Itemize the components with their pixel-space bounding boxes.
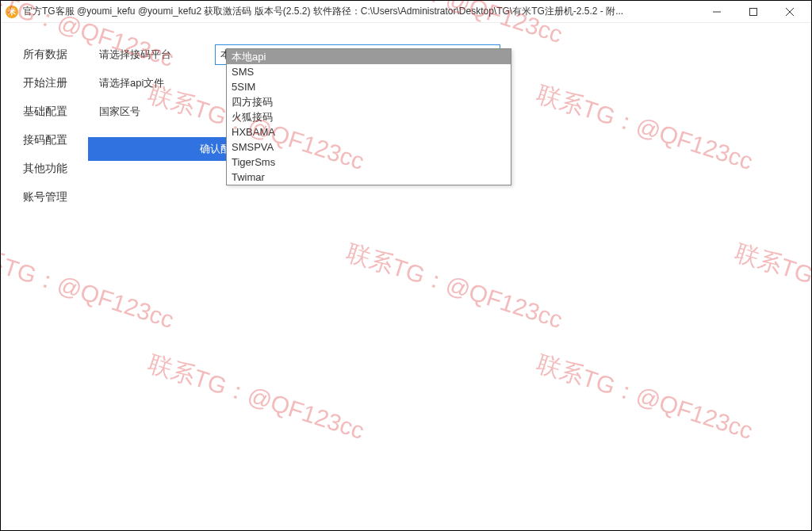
- app-window: 米 官方TG客服 @youmi_kefu @youmi_kefu2 获取激活码 …: [0, 0, 812, 531]
- combo-option[interactable]: 本地api: [227, 49, 511, 64]
- combo-option[interactable]: 四方接码: [227, 94, 511, 109]
- combo-option[interactable]: SMS: [227, 64, 511, 79]
- combo-option[interactable]: 火狐接码: [227, 109, 511, 124]
- label-apifile: 请选择api文件: [88, 76, 215, 90]
- combo-option[interactable]: TigerSms: [227, 155, 511, 170]
- combo-platform-dropdown[interactable]: 本地api SMS 5SIM 四方接码 火狐接码 HXBAMA SMSPVA T…: [226, 48, 511, 185]
- combo-option[interactable]: SMSPVA: [227, 139, 511, 155]
- sidebar-item-start-register[interactable]: 开始注册: [1, 69, 88, 97]
- titlebar: 米 官方TG客服 @youmi_kefu @youmi_kefu2 获取激活码 …: [1, 1, 811, 23]
- sidebar: 所有数据 开始注册 基础配置 接码配置 其他功能 账号管理: [1, 23, 88, 530]
- svg-rect-1: [750, 8, 757, 15]
- sidebar-item-sms-config[interactable]: 接码配置: [1, 126, 88, 155]
- combo-option[interactable]: HXBAMA: [227, 124, 511, 139]
- app-icon: 米: [6, 6, 18, 18]
- sidebar-item-account-mgmt[interactable]: 账号管理: [1, 183, 88, 212]
- window-body: 所有数据 开始注册 基础配置 接码配置 其他功能 账号管理 请选择接码平台 本地…: [1, 23, 811, 530]
- sidebar-item-other[interactable]: 其他功能: [1, 155, 88, 183]
- window-controls: [699, 2, 808, 22]
- sidebar-item-all-data[interactable]: 所有数据: [1, 40, 88, 69]
- close-button[interactable]: [772, 2, 808, 22]
- combo-option[interactable]: Twimar: [227, 170, 511, 185]
- sidebar-item-basic-config[interactable]: 基础配置: [1, 97, 88, 126]
- label-country: 国家区号: [88, 105, 215, 119]
- maximize-button[interactable]: [735, 2, 772, 22]
- window-title: 官方TG客服 @youmi_kefu @youmi_kefu2 获取激活码 版本…: [23, 5, 699, 18]
- minimize-button[interactable]: [699, 2, 735, 22]
- combo-option[interactable]: 5SIM: [227, 79, 511, 94]
- label-platform: 请选择接码平台: [88, 48, 215, 62]
- main-panel: 请选择接码平台 本地api 请选择api文件 国家区号 确认配置信息: [88, 23, 811, 530]
